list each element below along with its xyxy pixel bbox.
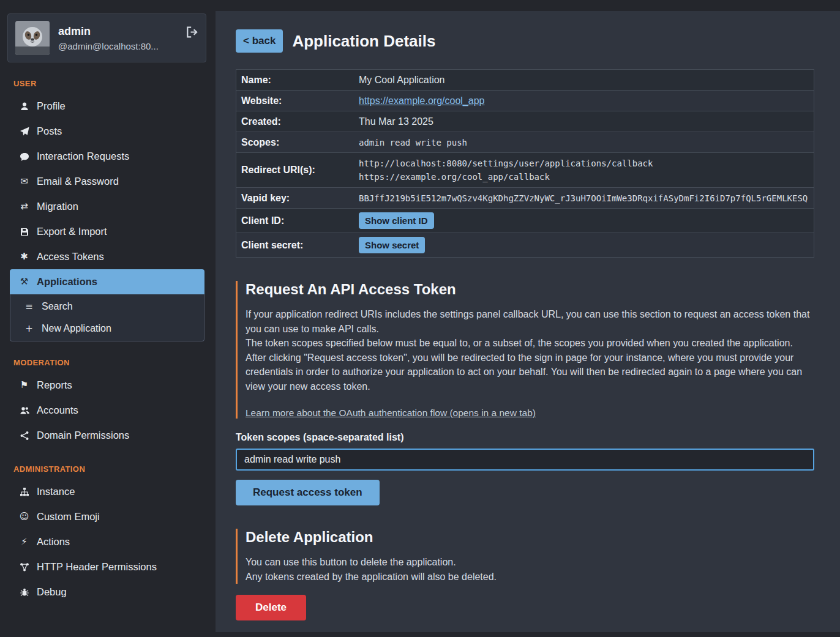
back-button[interactable]: < back <box>236 29 283 53</box>
sidebar-item-custom-emoji[interactable]: ☺ Custom Emoji <box>10 504 204 529</box>
sidebar-item-profile[interactable]: Profile <box>10 94 204 119</box>
sidebar-item-domain-permissions[interactable]: Domain Permissions <box>10 423 204 448</box>
sidebar-item-label: Search <box>42 301 73 312</box>
sitemap-icon <box>18 486 30 497</box>
sidebar-item-applications-search[interactable]: ≡ Search <box>10 296 204 318</box>
request-access-token-button[interactable]: Request access token <box>236 480 380 505</box>
delete-application-section: Delete Application You can use this butt… <box>236 529 814 620</box>
table-row-scopes: Scopes: admin read write push <box>236 132 814 153</box>
sidebar-item-debug[interactable]: Debug <box>10 579 204 605</box>
applications-submenu: ≡ Search + New Application <box>10 294 204 341</box>
token-scopes-input[interactable] <box>236 449 814 471</box>
bolt-icon: ⚡ <box>18 537 30 547</box>
sidebar-item-export-import[interactable]: Export & Import <box>10 219 204 244</box>
sidebar-item-new-application[interactable]: + New Application <box>10 318 204 340</box>
row-label: Created: <box>241 116 359 127</box>
sidebar-item-email-password[interactable]: ✉ Email & Password <box>10 169 204 194</box>
sidebar-item-instance[interactable]: Instance <box>10 479 204 504</box>
row-label: Redirect URI(s): <box>241 165 359 176</box>
redirect-uri: http://localhost:8080/settings/user/appl… <box>359 157 808 170</box>
row-value: Thu Mar 13 2025 <box>359 116 808 127</box>
smiley-icon: ☺ <box>18 512 30 522</box>
request-token-section: Request An API Access Token If your appl… <box>236 281 814 505</box>
sidebar-item-label: Interaction Requests <box>37 151 129 162</box>
tools-icon: ⚒ <box>18 277 30 287</box>
row-label: Vapid key: <box>241 193 359 204</box>
redirect-uri: https://example.org/cool_app/callback <box>359 170 808 184</box>
sidebar-item-label: Export & Import <box>37 226 107 237</box>
sidebar-item-reports[interactable]: ⚑ Reports <box>10 373 204 398</box>
user-icon <box>18 101 30 111</box>
sidebar-item-label: Custom Emoji <box>37 511 100 523</box>
row-label: Website: <box>241 95 359 106</box>
bug-icon <box>18 587 30 597</box>
delete-application-title: Delete Application <box>246 529 814 546</box>
sidebar-item-label: Email & Password <box>37 176 119 187</box>
request-token-paragraph: After clicking "Request access token", y… <box>246 351 814 394</box>
user-meta: admin @admin@localhost:80... <box>58 25 177 51</box>
page-title: Application Details <box>292 32 435 51</box>
row-label: Client secret: <box>241 240 359 251</box>
sidebar-item-label: HTTP Header Permissions <box>37 561 157 573</box>
user-handle: @admin@localhost:80... <box>58 41 177 51</box>
sidebar-item-applications[interactable]: ⚒ Applications <box>10 269 204 294</box>
oauth-docs-link[interactable]: Learn more about the OAuth authenticatio… <box>246 408 536 419</box>
sidebar-item-migration[interactable]: ⇄ Migration <box>10 194 204 219</box>
sidebar-item-label: Applications <box>37 276 97 288</box>
sidebar-item-access-tokens[interactable]: ✱ Access Tokens <box>10 244 204 269</box>
network-icon <box>18 562 30 572</box>
table-row-created: Created: Thu Mar 13 2025 <box>236 111 814 132</box>
users-icon <box>18 405 30 415</box>
row-value: BBJffJ219b5iE512m7wQSzv4KgKDhgZZVzNyWC_r… <box>359 193 808 203</box>
row-value: My Cool Application <box>359 75 808 86</box>
token-scopes-field: Token scopes (space-separated list) <box>236 432 814 471</box>
share-nodes-icon <box>18 430 30 441</box>
table-row-vapid-key: Vapid key: BBJffJ219b5iE512m7wQSzv4KgKDh… <box>236 188 814 209</box>
sidebar-item-interaction-requests[interactable]: Interaction Requests <box>10 144 204 169</box>
table-row-client-id: Client ID: Show client ID <box>236 209 814 233</box>
list-icon: ≡ <box>23 302 35 312</box>
request-token-intro: Request An API Access Token If your appl… <box>236 281 814 419</box>
floppy-icon <box>18 226 30 237</box>
nav-section-label-administration: ADMINISTRATION <box>13 464 211 474</box>
token-scopes-label: Token scopes (space-separated list) <box>236 432 814 443</box>
user-card: admin @admin@localhost:80... <box>7 13 206 62</box>
arrows-icon: ⇄ <box>18 201 30 212</box>
sidebar-item-label: Actions <box>37 536 70 548</box>
sidebar-item-http-header-permissions[interactable]: HTTP Header Permissions <box>10 554 204 579</box>
avatar <box>15 21 50 55</box>
sidebar-item-accounts[interactable]: Accounts <box>10 398 204 423</box>
sidebar-item-label: New Application <box>42 323 111 334</box>
user-name: admin <box>58 25 177 38</box>
paper-plane-icon <box>18 126 30 136</box>
nav-section-label-moderation: MODERATION <box>13 358 211 367</box>
delete-application-intro: Delete Application You can use this butt… <box>236 529 814 584</box>
row-value: http://localhost:8080/settings/user/appl… <box>359 157 808 184</box>
sidebar-item-label: Access Tokens <box>37 251 104 263</box>
row-value: admin read write push <box>359 138 808 147</box>
sidebar-item-label: Profile <box>37 100 66 112</box>
main-panel: < back Application Details Name: My Cool… <box>216 11 840 632</box>
row-label: Scopes: <box>241 137 359 148</box>
comment-icon <box>18 151 30 162</box>
request-token-paragraph: The token scopes specified below must be… <box>246 336 814 351</box>
delete-paragraph: You can use this button to delete the ap… <box>246 555 814 570</box>
sidebar-item-label: Debug <box>37 586 67 598</box>
delete-paragraph: Any tokens created by the application wi… <box>246 570 814 584</box>
flag-icon: ⚑ <box>18 380 30 390</box>
sidebar-item-label: Posts <box>37 125 62 137</box>
logout-icon[interactable] <box>186 26 198 40</box>
sidebar-item-posts[interactable]: Posts <box>10 119 204 144</box>
asterisk-icon: ✱ <box>18 251 30 262</box>
table-row-name: Name: My Cool Application <box>236 70 814 91</box>
table-row-client-secret: Client secret: Show secret <box>236 233 814 257</box>
delete-button[interactable]: Delete <box>236 595 306 620</box>
sidebar-item-label: Domain Permissions <box>37 430 129 441</box>
sidebar-nav: USER Profile Posts Interaction Requests … <box>0 79 211 605</box>
show-client-id-button[interactable]: Show client ID <box>359 212 434 229</box>
show-secret-button[interactable]: Show secret <box>359 237 425 253</box>
website-link[interactable]: https://example.org/cool_app <box>359 95 484 106</box>
page-header: < back Application Details <box>236 29 814 53</box>
table-row-website: Website: https://example.org/cool_app <box>236 91 814 111</box>
sidebar-item-actions[interactable]: ⚡ Actions <box>10 529 204 554</box>
